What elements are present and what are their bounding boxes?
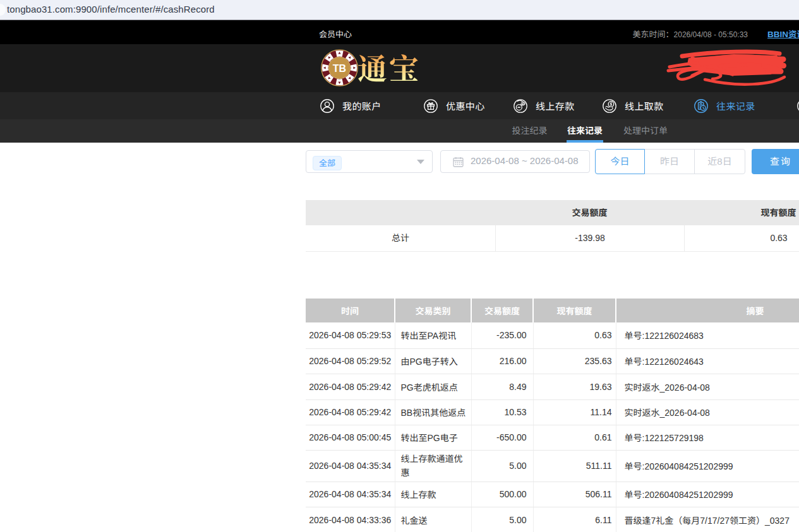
svg-text:TB: TB: [333, 63, 346, 74]
